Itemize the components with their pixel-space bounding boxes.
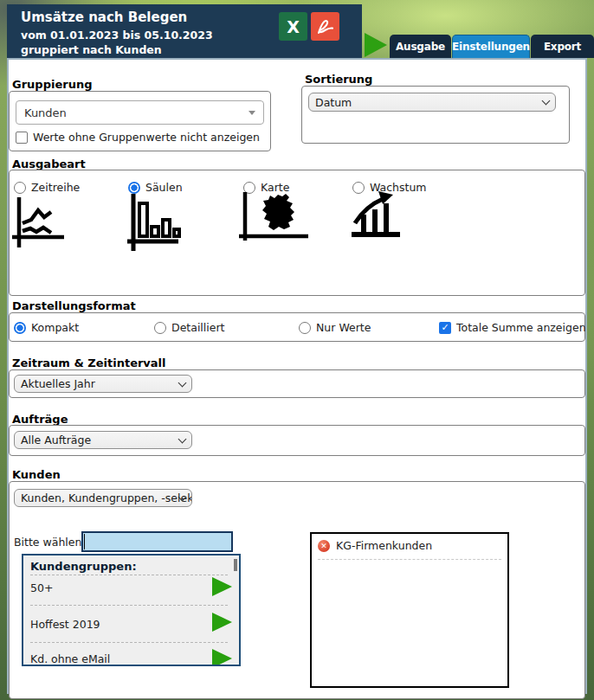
growth-chart-icon <box>350 189 404 239</box>
acrobat-logo-icon <box>315 16 336 37</box>
dropdown-header: Kundengruppen: <box>30 560 137 573</box>
kompakt-radio[interactable] <box>14 322 26 334</box>
report-date-range: vom 01.01.2023 bis 05.10.2023 <box>21 29 213 42</box>
divider <box>318 559 501 560</box>
line-chart-icon <box>10 194 68 251</box>
auftraege-select[interactable]: Alle Aufträge <box>14 431 192 449</box>
zeitreihe-radio[interactable] <box>14 182 26 194</box>
list-item[interactable]: Hoffest 2019 <box>30 618 100 631</box>
sortierung-select[interactable]: Datum <box>308 93 556 112</box>
gruppierung-legend: Gruppierung <box>12 78 92 91</box>
tab-ausgabe[interactable]: Ausgabe <box>390 35 451 58</box>
text-cursor <box>84 534 85 549</box>
add-item-arrow-icon[interactable] <box>212 577 232 596</box>
option-kompakt[interactable]: Kompakt <box>14 321 79 334</box>
kunden-search-input[interactable] <box>81 531 233 552</box>
option-detailliert[interactable]: Detailliert <box>154 321 225 334</box>
excel-export-icon[interactable]: X <box>279 12 307 41</box>
chevron-down-icon <box>542 97 551 106</box>
list-item[interactable]: 50+ <box>30 581 53 594</box>
divider <box>30 642 228 643</box>
darstellungsformat-legend: Darstellungsformat <box>12 299 136 312</box>
divider <box>30 605 228 606</box>
add-item-arrow-icon[interactable] <box>212 649 232 666</box>
zeitraum-select[interactable]: Aktuelles Jahr <box>14 375 192 393</box>
gruppenwerte-checkbox[interactable] <box>16 132 28 144</box>
pdf-export-icon[interactable] <box>311 12 339 41</box>
option-totale-summe[interactable]: ✓ Totale Summe anzeigen <box>439 321 586 334</box>
page-title: Umsätze nach Belegen <box>21 10 187 25</box>
detailliert-radio[interactable] <box>154 322 166 334</box>
nur-werte-radio[interactable] <box>299 322 311 334</box>
option-nur-werte[interactable]: Nur Werte <box>299 321 371 334</box>
selected-item: ✕ KG-Firmenkunden <box>318 539 432 552</box>
report-header: Umsätze nach Belegen vom 01.01.2023 bis … <box>7 4 362 62</box>
germany-map-icon <box>237 189 310 242</box>
divider <box>30 575 228 575</box>
auftraege-legend: Aufträge <box>12 413 68 426</box>
scrollbar-thumb[interactable] <box>234 559 237 571</box>
app-window: Umsätze nach Belegen vom 01.01.2023 bis … <box>0 0 594 700</box>
chevron-down-icon <box>178 434 187 443</box>
tab-einstellungen[interactable]: Einstellungen <box>452 35 530 58</box>
choose-label: Bitte wählen: <box>14 536 86 549</box>
report-grouping: gruppiert nach Kunden <box>21 43 162 56</box>
remove-item-icon[interactable]: ✕ <box>318 540 330 552</box>
totale-summe-checkbox[interactable]: ✓ <box>439 322 451 334</box>
run-report-icon[interactable] <box>365 33 387 57</box>
ausgabeart-legend: Ausgabeart <box>12 157 86 170</box>
tab-export[interactable]: Export <box>531 35 594 58</box>
zeitraum-legend: Zeitraum & Zeitintervall <box>12 356 166 369</box>
kundengruppen-dropdown: Kundengruppen: 50+ Hoffest 2019 Kd. ohne… <box>22 554 241 666</box>
sortierung-legend: Sortierung <box>305 73 372 86</box>
add-item-arrow-icon[interactable] <box>212 613 232 632</box>
option-zeitreihe[interactable]: Zeitreihe <box>14 181 80 194</box>
dropdown-arrow-icon <box>249 111 255 115</box>
chevron-down-icon <box>178 378 187 387</box>
gruppierung-select[interactable]: Kunden <box>16 100 264 125</box>
selected-kunden-box: ✕ KG-Firmenkunden <box>310 532 509 688</box>
kunden-legend: Kunden <box>12 468 61 481</box>
kunden-select[interactable]: Kunden, Kundengruppen, -selek <box>14 489 192 507</box>
gruppierung-checkbox-row[interactable]: Werte ohne Gruppenwerte nicht anzeigen <box>16 131 260 144</box>
list-item[interactable]: Kd. ohne eMail <box>30 652 110 665</box>
bar-chart-icon <box>125 192 182 254</box>
